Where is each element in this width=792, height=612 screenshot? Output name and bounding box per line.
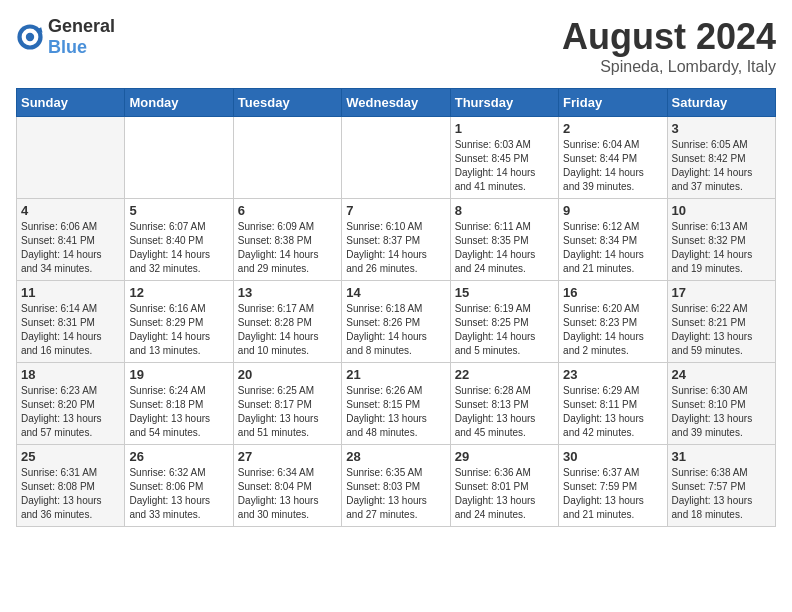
day-number: 29 xyxy=(455,449,554,464)
day-number: 31 xyxy=(672,449,771,464)
day-number: 5 xyxy=(129,203,228,218)
svg-point-2 xyxy=(26,33,34,41)
logo-text: General Blue xyxy=(48,16,115,58)
day-info: Sunrise: 6:04 AM Sunset: 8:44 PM Dayligh… xyxy=(563,138,662,194)
day-info: Sunrise: 6:13 AM Sunset: 8:32 PM Dayligh… xyxy=(672,220,771,276)
calendar-cell: 16Sunrise: 6:20 AM Sunset: 8:23 PM Dayli… xyxy=(559,281,667,363)
calendar-cell xyxy=(342,117,450,199)
day-info: Sunrise: 6:31 AM Sunset: 8:08 PM Dayligh… xyxy=(21,466,120,522)
calendar-cell: 5Sunrise: 6:07 AM Sunset: 8:40 PM Daylig… xyxy=(125,199,233,281)
header-tuesday: Tuesday xyxy=(233,89,341,117)
day-info: Sunrise: 6:06 AM Sunset: 8:41 PM Dayligh… xyxy=(21,220,120,276)
calendar-week-2: 11Sunrise: 6:14 AM Sunset: 8:31 PM Dayli… xyxy=(17,281,776,363)
calendar-cell: 7Sunrise: 6:10 AM Sunset: 8:37 PM Daylig… xyxy=(342,199,450,281)
calendar-week-1: 4Sunrise: 6:06 AM Sunset: 8:41 PM Daylig… xyxy=(17,199,776,281)
day-info: Sunrise: 6:19 AM Sunset: 8:25 PM Dayligh… xyxy=(455,302,554,358)
calendar-cell: 14Sunrise: 6:18 AM Sunset: 8:26 PM Dayli… xyxy=(342,281,450,363)
calendar-cell: 12Sunrise: 6:16 AM Sunset: 8:29 PM Dayli… xyxy=(125,281,233,363)
calendar-cell: 23Sunrise: 6:29 AM Sunset: 8:11 PM Dayli… xyxy=(559,363,667,445)
day-number: 13 xyxy=(238,285,337,300)
day-number: 4 xyxy=(21,203,120,218)
day-number: 30 xyxy=(563,449,662,464)
logo-general: General xyxy=(48,16,115,36)
header-friday: Friday xyxy=(559,89,667,117)
day-number: 11 xyxy=(21,285,120,300)
header: General Blue August 2024 Spineda, Lombar… xyxy=(16,16,776,76)
calendar-cell: 19Sunrise: 6:24 AM Sunset: 8:18 PM Dayli… xyxy=(125,363,233,445)
header-thursday: Thursday xyxy=(450,89,558,117)
day-number: 15 xyxy=(455,285,554,300)
calendar-cell: 11Sunrise: 6:14 AM Sunset: 8:31 PM Dayli… xyxy=(17,281,125,363)
calendar-cell: 15Sunrise: 6:19 AM Sunset: 8:25 PM Dayli… xyxy=(450,281,558,363)
calendar-cell: 25Sunrise: 6:31 AM Sunset: 8:08 PM Dayli… xyxy=(17,445,125,527)
month-title: August 2024 xyxy=(562,16,776,58)
day-number: 26 xyxy=(129,449,228,464)
day-number: 2 xyxy=(563,121,662,136)
day-info: Sunrise: 6:17 AM Sunset: 8:28 PM Dayligh… xyxy=(238,302,337,358)
day-info: Sunrise: 6:14 AM Sunset: 8:31 PM Dayligh… xyxy=(21,302,120,358)
calendar-cell: 13Sunrise: 6:17 AM Sunset: 8:28 PM Dayli… xyxy=(233,281,341,363)
day-number: 7 xyxy=(346,203,445,218)
day-number: 27 xyxy=(238,449,337,464)
calendar-cell: 28Sunrise: 6:35 AM Sunset: 8:03 PM Dayli… xyxy=(342,445,450,527)
day-number: 28 xyxy=(346,449,445,464)
calendar-cell: 17Sunrise: 6:22 AM Sunset: 8:21 PM Dayli… xyxy=(667,281,775,363)
header-monday: Monday xyxy=(125,89,233,117)
day-info: Sunrise: 6:16 AM Sunset: 8:29 PM Dayligh… xyxy=(129,302,228,358)
day-info: Sunrise: 6:18 AM Sunset: 8:26 PM Dayligh… xyxy=(346,302,445,358)
calendar-cell: 31Sunrise: 6:38 AM Sunset: 7:57 PM Dayli… xyxy=(667,445,775,527)
calendar-cell: 20Sunrise: 6:25 AM Sunset: 8:17 PM Dayli… xyxy=(233,363,341,445)
header-sunday: Sunday xyxy=(17,89,125,117)
day-info: Sunrise: 6:10 AM Sunset: 8:37 PM Dayligh… xyxy=(346,220,445,276)
calendar-cell: 24Sunrise: 6:30 AM Sunset: 8:10 PM Dayli… xyxy=(667,363,775,445)
day-info: Sunrise: 6:36 AM Sunset: 8:01 PM Dayligh… xyxy=(455,466,554,522)
calendar-table: Sunday Monday Tuesday Wednesday Thursday… xyxy=(16,88,776,527)
calendar-cell xyxy=(17,117,125,199)
calendar-cell: 3Sunrise: 6:05 AM Sunset: 8:42 PM Daylig… xyxy=(667,117,775,199)
day-info: Sunrise: 6:25 AM Sunset: 8:17 PM Dayligh… xyxy=(238,384,337,440)
day-info: Sunrise: 6:12 AM Sunset: 8:34 PM Dayligh… xyxy=(563,220,662,276)
day-number: 14 xyxy=(346,285,445,300)
day-number: 1 xyxy=(455,121,554,136)
day-number: 25 xyxy=(21,449,120,464)
day-info: Sunrise: 6:29 AM Sunset: 8:11 PM Dayligh… xyxy=(563,384,662,440)
day-info: Sunrise: 6:22 AM Sunset: 8:21 PM Dayligh… xyxy=(672,302,771,358)
day-info: Sunrise: 6:32 AM Sunset: 8:06 PM Dayligh… xyxy=(129,466,228,522)
calendar-cell: 4Sunrise: 6:06 AM Sunset: 8:41 PM Daylig… xyxy=(17,199,125,281)
day-info: Sunrise: 6:07 AM Sunset: 8:40 PM Dayligh… xyxy=(129,220,228,276)
logo-icon xyxy=(16,23,44,51)
calendar-cell: 30Sunrise: 6:37 AM Sunset: 7:59 PM Dayli… xyxy=(559,445,667,527)
calendar-cell: 2Sunrise: 6:04 AM Sunset: 8:44 PM Daylig… xyxy=(559,117,667,199)
day-number: 23 xyxy=(563,367,662,382)
calendar-cell: 18Sunrise: 6:23 AM Sunset: 8:20 PM Dayli… xyxy=(17,363,125,445)
day-info: Sunrise: 6:30 AM Sunset: 8:10 PM Dayligh… xyxy=(672,384,771,440)
day-number: 16 xyxy=(563,285,662,300)
day-number: 18 xyxy=(21,367,120,382)
day-number: 21 xyxy=(346,367,445,382)
day-info: Sunrise: 6:11 AM Sunset: 8:35 PM Dayligh… xyxy=(455,220,554,276)
day-info: Sunrise: 6:24 AM Sunset: 8:18 PM Dayligh… xyxy=(129,384,228,440)
header-wednesday: Wednesday xyxy=(342,89,450,117)
day-info: Sunrise: 6:03 AM Sunset: 8:45 PM Dayligh… xyxy=(455,138,554,194)
day-number: 19 xyxy=(129,367,228,382)
calendar-cell: 27Sunrise: 6:34 AM Sunset: 8:04 PM Dayli… xyxy=(233,445,341,527)
day-number: 12 xyxy=(129,285,228,300)
day-number: 20 xyxy=(238,367,337,382)
day-info: Sunrise: 6:38 AM Sunset: 7:57 PM Dayligh… xyxy=(672,466,771,522)
calendar-week-4: 25Sunrise: 6:31 AM Sunset: 8:08 PM Dayli… xyxy=(17,445,776,527)
day-number: 17 xyxy=(672,285,771,300)
day-info: Sunrise: 6:34 AM Sunset: 8:04 PM Dayligh… xyxy=(238,466,337,522)
day-info: Sunrise: 6:37 AM Sunset: 7:59 PM Dayligh… xyxy=(563,466,662,522)
header-saturday: Saturday xyxy=(667,89,775,117)
day-info: Sunrise: 6:26 AM Sunset: 8:15 PM Dayligh… xyxy=(346,384,445,440)
calendar-cell: 22Sunrise: 6:28 AM Sunset: 8:13 PM Dayli… xyxy=(450,363,558,445)
calendar-cell: 10Sunrise: 6:13 AM Sunset: 8:32 PM Dayli… xyxy=(667,199,775,281)
day-number: 10 xyxy=(672,203,771,218)
calendar-cell: 21Sunrise: 6:26 AM Sunset: 8:15 PM Dayli… xyxy=(342,363,450,445)
day-info: Sunrise: 6:09 AM Sunset: 8:38 PM Dayligh… xyxy=(238,220,337,276)
day-number: 9 xyxy=(563,203,662,218)
calendar-week-0: 1Sunrise: 6:03 AM Sunset: 8:45 PM Daylig… xyxy=(17,117,776,199)
day-number: 24 xyxy=(672,367,771,382)
title-area: August 2024 Spineda, Lombardy, Italy xyxy=(562,16,776,76)
day-info: Sunrise: 6:20 AM Sunset: 8:23 PM Dayligh… xyxy=(563,302,662,358)
